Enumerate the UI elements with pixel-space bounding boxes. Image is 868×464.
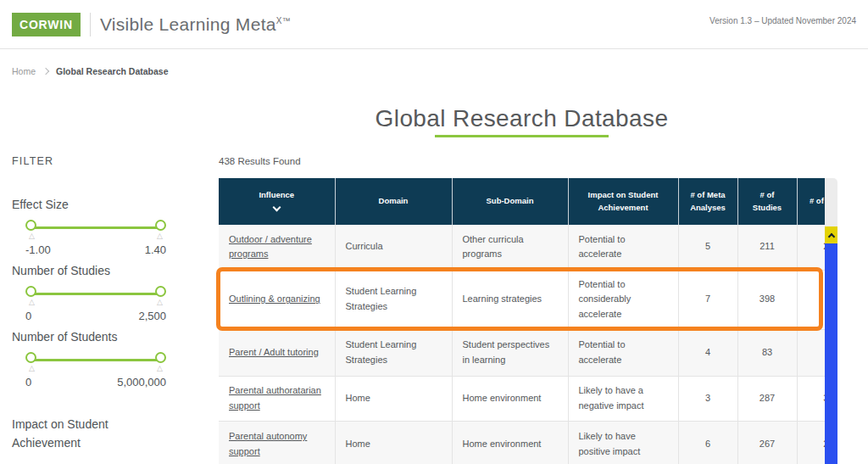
- cell-meta-analyses: 3: [678, 376, 737, 421]
- cell-meta-analyses: 4: [678, 329, 737, 376]
- cell-students: 8,85: [797, 329, 825, 376]
- studies-max-value: 2,500: [138, 310, 166, 322]
- page-title-block: Global Research Database: [219, 105, 825, 137]
- title-underline: [435, 135, 609, 137]
- cell-studies: 287: [737, 376, 797, 421]
- impact-filter-heading: Impact on Student Achievement: [12, 416, 147, 452]
- results-table-container: Influence Domain Sub-Domain Impact on St…: [219, 178, 825, 464]
- breadcrumb-home-link[interactable]: Home: [12, 66, 36, 76]
- triangle-up-icon: △: [29, 364, 35, 372]
- students-min-handle[interactable]: [25, 352, 36, 363]
- chevron-up-icon: [827, 232, 834, 239]
- top-bar: CORWIN Visible Learning MetaX™ Version 1…: [0, 0, 868, 49]
- column-header-domain[interactable]: Domain: [335, 178, 452, 225]
- cell-domain: Curricula: [335, 225, 452, 270]
- effect-size-max-handle[interactable]: [155, 220, 166, 231]
- slider-track: [32, 359, 159, 361]
- cell-domain: Student Learning Strategies: [335, 270, 452, 329]
- app-title: Visible Learning MetaX™: [100, 14, 291, 35]
- cell-meta-analyses: 6: [678, 421, 737, 464]
- app-title-superscript: X™: [276, 16, 291, 25]
- cell-studies: 211: [737, 225, 797, 270]
- cell-studies: 267: [737, 421, 797, 464]
- breadcrumb-current: Global Research Database: [56, 66, 168, 76]
- number-of-students-slider[interactable]: △ △: [25, 350, 166, 374]
- column-header-studies[interactable]: # of Studies: [737, 178, 797, 225]
- column-header-meta-analyses[interactable]: # of Meta Analyses: [678, 178, 737, 225]
- column-header-influence[interactable]: Influence: [219, 178, 335, 225]
- triangle-up-icon: △: [157, 232, 163, 240]
- number-of-studies-filter: Number of Studies △ △ 0 2,500: [12, 264, 209, 322]
- cell-sub-domain: Student perspectives in learning: [452, 329, 568, 376]
- chevron-down-icon[interactable]: [272, 203, 281, 211]
- cell-sub-domain: Home environment: [452, 376, 568, 421]
- logo-divider: [90, 13, 91, 36]
- students-max-value: 5,000,000: [117, 376, 166, 389]
- studies-min-handle[interactable]: [25, 286, 36, 297]
- triangle-up-icon: △: [29, 298, 35, 306]
- students-max-handle[interactable]: [155, 352, 166, 363]
- cell-sub-domain: Home environment: [452, 421, 568, 464]
- filter-sidebar: FILTER Effect Size △ △ -1.00 1.40 Number…: [12, 155, 209, 464]
- influence-link[interactable]: Outdoor / adventure programs: [229, 234, 312, 260]
- cell-sub-domain: Learning strategies: [452, 270, 568, 329]
- cell-studies: 398: [737, 270, 797, 329]
- influence-link[interactable]: Parental authoratarian support: [229, 385, 321, 411]
- table-row: Outdoor / adventure programs Curricula O…: [219, 225, 825, 270]
- table-row: Parent / Adult tutoring Student Learning…: [219, 329, 825, 376]
- breadcrumb: Home Global Research Database: [12, 66, 169, 76]
- cell-domain: Student Learning Strategies: [335, 329, 452, 376]
- version-text: Version 1.3 – Updated November 2024: [709, 16, 856, 25]
- triangle-up-icon: △: [157, 298, 163, 306]
- app-title-text: Visible Learning Meta: [100, 14, 276, 34]
- table-scrollbar-track[interactable]: [825, 178, 837, 464]
- effect-size-min-value: -1.00: [25, 243, 51, 256]
- students-min-value: 0: [25, 376, 31, 389]
- scrollbar-thumb[interactable]: [825, 243, 837, 464]
- influence-link[interactable]: Outlining & organizing: [229, 293, 320, 304]
- impact-filter-group: Impact on Student Achievement Potential …: [12, 416, 209, 464]
- table-row-highlighted: Outlining & organizing Student Learning …: [219, 270, 825, 329]
- cell-students: 215,6: [797, 421, 825, 464]
- effect-size-min-handle[interactable]: [25, 220, 36, 231]
- cell-meta-analyses: 5: [678, 225, 737, 270]
- cell-students: 0: [797, 270, 825, 329]
- cell-meta-analyses: 7: [678, 270, 737, 329]
- results-table: Influence Domain Sub-Domain Impact on St…: [219, 178, 825, 464]
- column-header-sub-domain[interactable]: Sub-Domain: [452, 178, 568, 225]
- slider-track: [32, 226, 159, 229]
- cell-impact: Likely to have a negative impact: [568, 376, 678, 421]
- cell-students: 362,1: [797, 376, 825, 421]
- table-row: Parental authoratarian support Home Home…: [219, 376, 825, 421]
- column-header-impact[interactable]: Impact on Student Achievement: [568, 178, 678, 225]
- triangle-up-icon: △: [29, 232, 35, 240]
- studies-max-handle[interactable]: [155, 286, 166, 297]
- cell-domain: Home: [335, 376, 452, 421]
- influence-link[interactable]: Parental autonomy support: [229, 431, 307, 456]
- triangle-up-icon: △: [157, 364, 163, 372]
- number-of-students-label: Number of Students: [12, 330, 209, 344]
- chevron-right-icon: [42, 68, 49, 75]
- number-of-students-filter: Number of Students △ △ 0 5,000,000: [12, 330, 209, 389]
- results-count: 438 Results Found: [219, 156, 301, 166]
- slider-track: [32, 293, 159, 295]
- effect-size-slider[interactable]: △ △: [25, 218, 166, 242]
- cell-impact: Potential to accelerate: [568, 225, 678, 270]
- cell-students: 27,72: [797, 225, 825, 270]
- table-header-row: Influence Domain Sub-Domain Impact on St…: [219, 178, 825, 225]
- scroll-up-button[interactable]: [825, 226, 837, 243]
- cell-impact: Potential to accelerate: [568, 329, 678, 376]
- column-header-students[interactable]: # of Students: [797, 178, 825, 225]
- page: CORWIN Visible Learning MetaX™ Version 1…: [0, 0, 868, 464]
- cell-studies: 83: [737, 329, 797, 376]
- studies-min-value: 0: [25, 310, 31, 322]
- cell-sub-domain: Other curricula programs: [452, 225, 568, 270]
- table-row: Parental autonomy support Home Home envi…: [219, 421, 825, 464]
- cell-impact: Potential to considerably accelerate: [568, 270, 678, 329]
- effect-size-filter: Effect Size △ △ -1.00 1.40: [12, 198, 209, 256]
- influence-link[interactable]: Parent / Adult tutoring: [229, 347, 319, 357]
- cell-impact: Likely to have positive impact: [568, 421, 678, 464]
- corwin-logo[interactable]: CORWIN: [12, 13, 81, 36]
- number-of-studies-slider[interactable]: △ △: [25, 284, 166, 308]
- filter-heading: FILTER: [12, 155, 209, 167]
